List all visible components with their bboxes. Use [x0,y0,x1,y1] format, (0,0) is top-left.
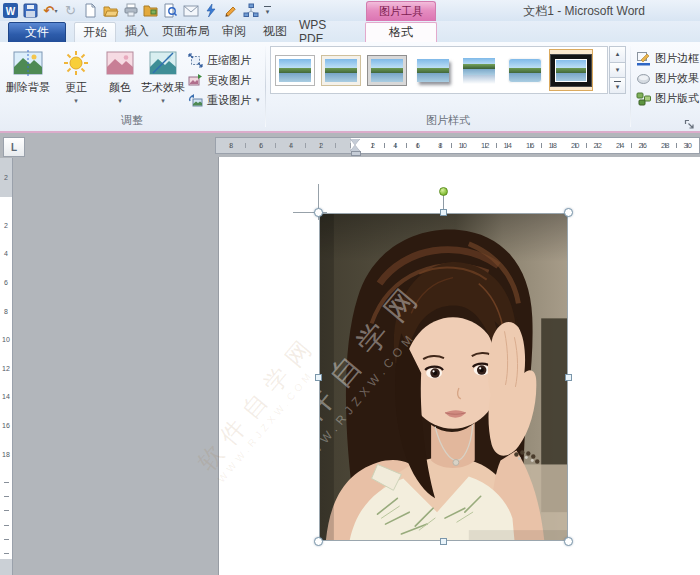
horizontal-ruler[interactable]: 8642 24681012141618202224262830 [215,137,700,154]
ruler-number: 18 [2,440,11,469]
style-beveled-frame[interactable] [319,49,363,91]
ruler-number: 8 [429,138,452,153]
picture-layout-icon [636,91,651,106]
reset-picture-button[interactable]: 重设图片 ▾ [188,91,260,109]
resize-handle-top-left[interactable] [314,208,323,217]
picture-border-icon [636,51,651,66]
picture-styles-dialog-launcher[interactable] [684,116,695,127]
style-simple-frame-white[interactable] [273,49,317,91]
color-icon [106,45,134,81]
ruler-number: 24 [609,138,632,153]
ruler-number: 30 [677,138,700,153]
resize-handle-bottom-left[interactable] [314,537,323,546]
style-thumbnail [551,55,591,86]
gallery-more-button[interactable]: ▾ [609,78,626,94]
tab-format[interactable]: 格式 [365,22,437,43]
resize-handle-bottom-right[interactable] [564,537,573,546]
color-label: 颜色 [109,81,131,94]
ruler-number: 18 [542,138,565,153]
picture-styles-gallery [270,46,608,94]
compress-pictures-button[interactable]: 压缩图片 [188,51,251,69]
remove-background-label: 删除背景 [6,81,50,94]
artistic-effects-dropdown-arrow: ▾ [161,97,165,105]
corrections-icon [63,45,89,81]
tab-insert[interactable]: 插入 [118,22,156,41]
style-thumbnail [417,59,449,82]
picture-border-label: 图片边框 [655,51,699,66]
artistic-effects-label: 艺术效果 [141,81,185,94]
resize-handle-bottom[interactable] [440,538,447,545]
selected-picture[interactable]: 软件自学网 WWW.RJZXW.COM [319,213,568,541]
ruler-number: 22 [587,138,610,153]
left-indent-marker[interactable] [351,151,361,156]
ruler-number: 20 [564,138,587,153]
picture-effects-button[interactable]: 图片效果 ▾ [636,69,700,87]
vertical-ruler[interactable]: 2 24681012141618 [0,158,13,575]
group-separator [265,46,266,127]
page-watermark: 软件自学网 WWW.RJZXW.COM [191,327,333,485]
ruler-number: 6 [246,138,276,153]
tab-file[interactable]: 文件 [8,22,66,43]
corrections-dropdown-arrow: ▾ [74,97,78,105]
compress-pictures-label: 压缩图片 [207,53,251,68]
color-dropdown-arrow: ▾ [118,97,122,105]
style-thumbnail [276,56,314,85]
tab-review[interactable]: 审阅 [216,22,252,41]
tab-view[interactable]: 视图 [257,22,293,41]
gallery-scroll-up-button[interactable]: ▴ [609,46,626,63]
document-page[interactable]: 软件自学网 WWW.RJZXW.COM [218,157,700,575]
reset-picture-dropdown-arrow: ▾ [256,96,260,104]
reset-picture-icon [188,93,203,108]
style-thumbnail [463,58,495,75]
ruler-number: 12 [2,354,11,383]
style-thumbnail [509,59,541,82]
picture-effects-label: 图片效果 [655,71,699,86]
style-metal-frame[interactable] [365,49,409,91]
ruler-number: 4 [276,138,306,153]
change-picture-icon [188,73,203,88]
rotation-handle[interactable] [439,187,448,196]
horizontal-ruler-text-area: 24681012141618202224262830 [351,138,700,153]
style-reflection[interactable] [457,49,501,91]
style-drop-shadow[interactable] [411,49,455,91]
ruler-number: 2 [2,211,11,240]
resize-handle-top[interactable] [440,209,447,216]
ruler-number: 2 [4,174,8,181]
adjust-group-label: 调整 [0,113,264,128]
ruler-number: 14 [2,383,11,412]
ruler-number: 4 [2,240,11,269]
ruler-number: 4 [384,138,407,153]
ruler-number: 2 [306,138,336,153]
ruler-number: 10 [452,138,475,153]
tab-selector[interactable]: L [3,137,25,157]
ribbon-tab-bar: 文件 开始 插入 页面布局 审阅 视图 WPS PDF 格式 [0,21,700,43]
compress-pictures-icon [188,53,203,68]
style-thumbnail [322,56,360,85]
rotation-handle-stem [443,195,444,210]
change-picture-button[interactable]: 更改图片 [188,71,251,89]
resize-handle-top-right[interactable] [564,208,573,217]
picture-layout-label: 图片版式 [655,91,699,106]
word-window: W ↶▾ ↻ [0,0,700,575]
resize-handle-left[interactable] [315,374,322,381]
ruler-number: 10 [2,325,11,354]
document-viewport: L 8642 24681012141618202224262830 2 2468… [0,133,700,575]
resize-handle-right[interactable] [565,374,572,381]
group-separator [630,46,631,127]
gallery-scroll-down-button[interactable]: ▾ [609,63,626,79]
ruler-number: 8 [216,138,246,153]
picture-border-button[interactable]: 图片边框 ▾ [636,49,700,67]
tab-wps-pdf[interactable]: WPS PDF [299,22,353,41]
picture-effects-icon [636,71,651,86]
ruler-number: 8 [2,297,11,326]
reset-picture-label: 重设图片 [207,93,251,108]
ruler-number: 16 [2,411,11,440]
change-picture-label: 更改图片 [207,73,251,88]
tab-page-layout[interactable]: 页面布局 [160,22,212,41]
vertical-ruler-margin: 2 [0,158,12,197]
style-soft-edges[interactable] [503,49,547,91]
style-black-frame[interactable] [549,49,593,91]
picture-layout-button[interactable]: 图片版式 ▾ [636,89,700,107]
corrections-label: 更正 [65,81,87,94]
tab-home[interactable]: 开始 [74,22,116,43]
